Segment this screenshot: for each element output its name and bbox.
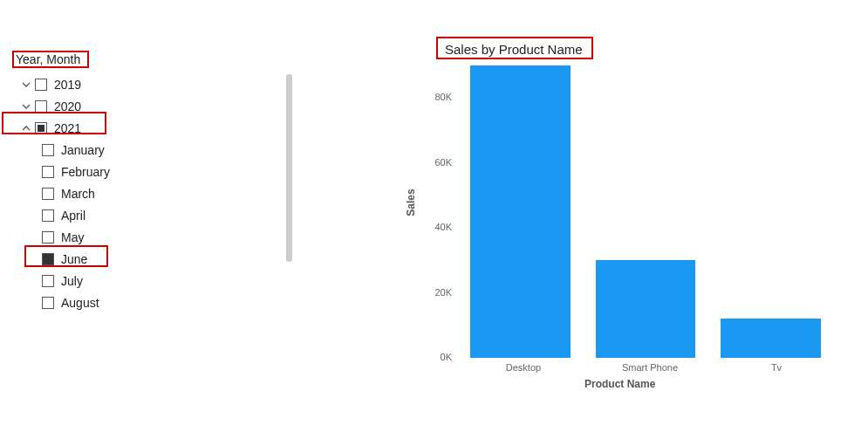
checkbox-february[interactable]: [42, 166, 54, 178]
y-tick: 0K: [426, 352, 452, 362]
checkbox-june[interactable]: [42, 253, 54, 265]
slicer-month-january[interactable]: January: [16, 139, 297, 161]
slicer-month-june[interactable]: June: [16, 248, 297, 270]
bar-smart-phone[interactable]: [596, 260, 696, 358]
slicer-year-2021[interactable]: 2021: [16, 117, 297, 139]
y-tick: 80K: [426, 92, 452, 102]
x-tick: Tv: [720, 362, 833, 373]
y-axis-label: Sales: [405, 189, 417, 216]
checkbox-may[interactable]: [42, 231, 54, 244]
slicer-month-august[interactable]: August: [16, 292, 297, 313]
chart-area: Sales 0K 20K 40K 60K 80K Desktop Smart P…: [419, 65, 837, 388]
slicer-tree: 2019 2020 2021 January February: [16, 73, 297, 313]
checkbox-2020[interactable]: [35, 100, 47, 113]
slicer-month-label: June: [61, 252, 87, 266]
y-tick: 40K: [426, 222, 452, 232]
slicer-panel: Year, Month 2019 2020 2021: [0, 0, 297, 439]
slicer-month-march[interactable]: March: [16, 182, 297, 204]
bar-desktop[interactable]: [470, 65, 571, 358]
chevron-up-icon[interactable]: [19, 121, 33, 135]
slicer-month-may[interactable]: May: [16, 226, 297, 248]
slicer-month-july[interactable]: July: [16, 270, 297, 292]
checkbox-march[interactable]: [42, 188, 54, 200]
checkbox-july[interactable]: [42, 275, 54, 287]
x-tick: Smart Phone: [593, 362, 707, 373]
slicer-year-2019[interactable]: 2019: [16, 73, 297, 95]
chevron-down-icon[interactable]: [19, 99, 33, 113]
chart-panel: Sales by Product Name Sales 0K 20K 40K 6…: [297, 0, 868, 439]
bar-tv[interactable]: [721, 319, 821, 358]
slicer-month-label: August: [61, 296, 99, 310]
x-tick: Desktop: [467, 362, 580, 373]
slicer-title: Year, Month: [16, 52, 297, 66]
chart-title: Sales by Product Name: [445, 42, 583, 57]
y-tick: 20K: [426, 287, 452, 298]
plot-area: [458, 65, 833, 358]
x-axis-label: Product Name: [584, 378, 655, 390]
slicer-month-label: May: [61, 230, 84, 244]
checkbox-january[interactable]: [42, 144, 54, 156]
chevron-down-icon[interactable]: [19, 78, 33, 92]
slicer-year-2020[interactable]: 2020: [16, 95, 297, 117]
scrollbar[interactable]: [286, 74, 292, 262]
slicer-month-label: January: [61, 143, 105, 157]
slicer-year-label: 2019: [54, 78, 81, 92]
checkbox-april[interactable]: [42, 209, 54, 222]
slicer-month-april[interactable]: April: [16, 204, 297, 226]
checkbox-2021[interactable]: [35, 122, 47, 134]
slicer-year-label: 2021: [54, 121, 81, 135]
slicer-month-label: July: [61, 274, 83, 288]
checkbox-2019[interactable]: [35, 79, 47, 91]
slicer-month-label: February: [61, 165, 110, 179]
slicer-month-february[interactable]: February: [16, 161, 297, 182]
slicer-month-label: March: [61, 187, 95, 201]
slicer-month-label: April: [61, 209, 85, 223]
y-tick: 60K: [426, 157, 452, 168]
slicer-year-label: 2020: [54, 99, 81, 113]
checkbox-august[interactable]: [42, 297, 54, 309]
